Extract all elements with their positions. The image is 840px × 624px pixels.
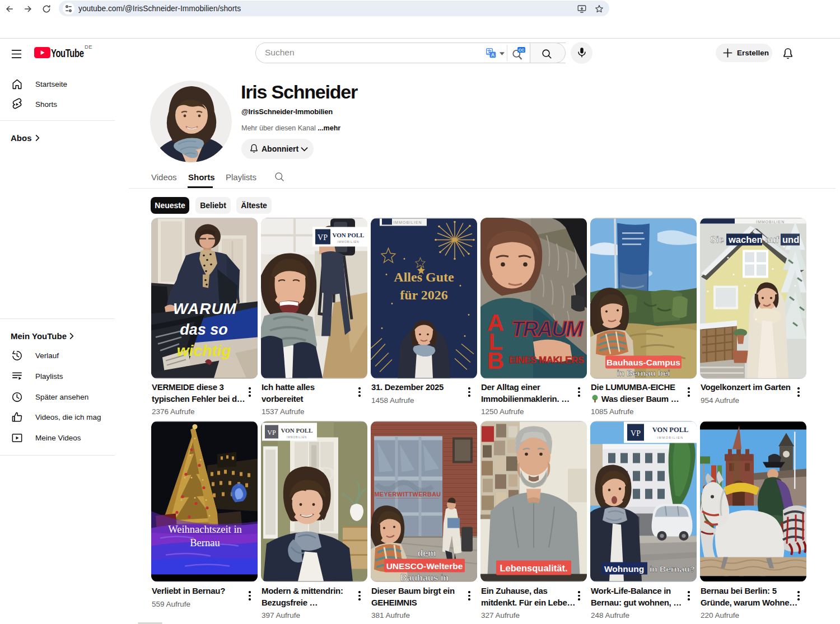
svg-text:für 2026: für 2026 [400,288,448,302]
svg-text:VP: VP [318,233,328,242]
svg-text:IMMOBILIEN: IMMOBILIEN [287,436,307,439]
svg-text:Lebensqualität.: Lebensqualität. [500,563,567,573]
svg-text:IMMOBILIEN: IMMOBILIEN [657,436,683,439]
svg-text:UNESCO-Welterbe: UNESCO-Welterbe [386,561,463,571]
svg-text:VON POLL: VON POLL [281,427,313,434]
svg-text:VP: VP [267,429,276,437]
svg-text:CC: CC [519,48,525,53]
svg-text:A: A [491,52,494,58]
svg-text:in Bernau?: in Bernau? [650,564,695,574]
svg-text:B: B [487,348,504,374]
svg-text:Bauhaus in: Bauhaus in [400,573,449,583]
svg-text:dem: dem [418,548,436,558]
svg-text:WARUM: WARUM [173,300,237,317]
svg-text:auf: auf [765,234,779,245]
svg-text:das so: das so [180,321,228,338]
svg-text:Sie: Sie [710,234,724,245]
svg-text:wachen: wachen [728,234,763,245]
svg-text:in Bernau bei: in Bernau bei [617,368,670,378]
svg-text:IMMOBILIEN: IMMOBILIEN [393,220,422,224]
svg-text:EINES MAKLERS: EINES MAKLERS [509,355,584,365]
svg-text:VON POLL: VON POLL [652,426,689,434]
svg-text:Bauhaus-Campus: Bauhaus-Campus [606,358,680,367]
svg-text:und: und [782,234,799,245]
svg-text:Weihnachtszeit in: Weihnachtszeit in [168,524,242,535]
svg-text:Alles Gute: Alles Gute [394,270,454,284]
svg-text:VON POLL: VON POLL [333,232,365,238]
svg-text:TRAUM: TRAUM [511,317,584,341]
svg-text:wichtig: wichtig [177,342,231,359]
svg-text:Wohnung: Wohnung [604,564,644,574]
svg-text:IMMOBILIEN: IMMOBILIEN [337,240,359,243]
svg-text:MEYERWITTWERBAU: MEYERWITTWERBAU [374,491,441,498]
svg-text:Bernau: Bernau [190,537,220,548]
svg-text:VP: VP [631,429,641,438]
svg-text:IMMOBILIEN: IMMOBILIEN [756,220,785,224]
